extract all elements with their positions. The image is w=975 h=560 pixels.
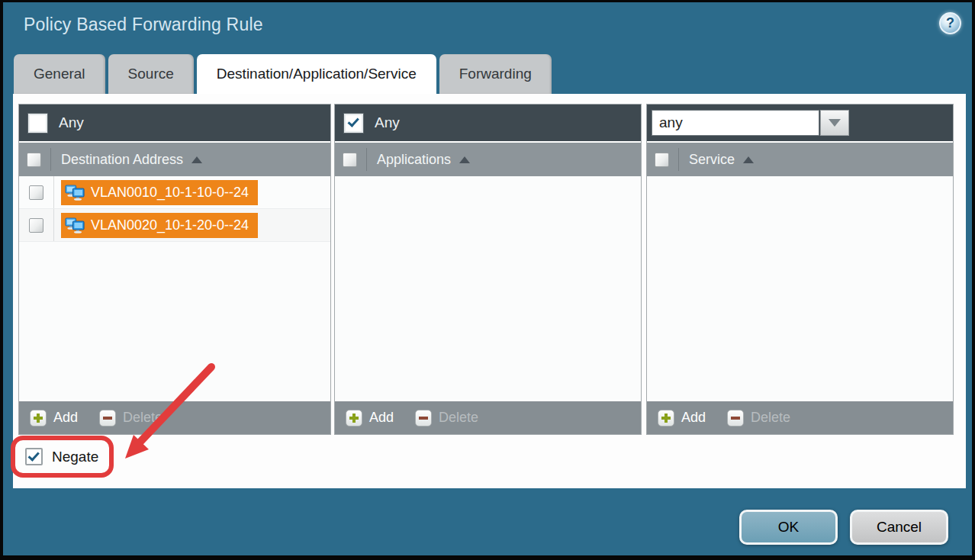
service-toolbar: Add Delete (647, 400, 953, 434)
service-dropdown-input[interactable]: any (652, 110, 819, 136)
destination-toolbar: Add Delete (19, 400, 330, 434)
address-object-label: VLAN0010_10-1-10-0--24 (91, 185, 249, 201)
add-plus-icon (30, 410, 47, 426)
applications-header[interactable]: Applications (335, 143, 641, 176)
tab-general[interactable]: General (14, 54, 105, 94)
destination-any-checkbox[interactable] (28, 114, 47, 133)
tab-destination-application-service[interactable]: Destination/Application/Service (197, 54, 436, 94)
service-column: any Service Add Delete (646, 104, 954, 435)
delete-minus-icon (727, 410, 744, 426)
applications-add-button[interactable]: Add (346, 410, 394, 426)
delete-minus-icon (415, 410, 432, 426)
add-plus-icon (346, 410, 362, 426)
address-object-chip[interactable]: VLAN0010_10-1-10-0--24 (61, 180, 258, 205)
tab-bar: General Source Destination/Application/S… (14, 54, 552, 94)
service-list (647, 176, 953, 400)
row-checkbox[interactable] (29, 185, 43, 200)
applications-any-label: Any (375, 114, 400, 131)
service-header[interactable]: Service (647, 143, 953, 176)
service-dropdown-button[interactable] (820, 110, 849, 136)
address-object-chip[interactable]: VLAN0020_10-1-20-0--24 (61, 213, 258, 238)
sort-asc-icon (743, 156, 754, 163)
destination-address-header[interactable]: Destination Address (19, 143, 330, 176)
add-plus-icon (658, 410, 674, 426)
destination-any-label: Any (59, 114, 84, 131)
ok-button[interactable]: OK (739, 510, 838, 545)
network-computers-icon (65, 217, 85, 233)
destination-header-label: Destination Address (61, 152, 183, 168)
service-any-bar: any (647, 105, 953, 143)
service-header-label: Service (689, 152, 735, 168)
service-delete-button[interactable]: Delete (727, 410, 790, 426)
cancel-button[interactable]: Cancel (850, 510, 948, 545)
table-row[interactable]: VLAN0010_10-1-10-0--24 (19, 176, 330, 209)
sort-asc-icon (191, 156, 202, 163)
applications-any-bar: Any (335, 105, 641, 143)
negate-checkbox[interactable] (25, 448, 43, 465)
dialog-title: Policy Based Forwarding Rule (24, 14, 263, 35)
checkmark-icon (347, 115, 359, 127)
applications-any-checkbox[interactable] (344, 114, 363, 133)
service-select-all-checkbox[interactable] (655, 153, 669, 167)
chevron-down-icon (829, 119, 841, 127)
applications-header-label: Applications (377, 152, 451, 168)
pbf-rule-dialog: Policy Based Forwarding Rule ? General S… (0, 0, 975, 560)
destination-address-list: VLAN0010_10-1-10-0--24 (19, 176, 330, 400)
destination-any-bar: Any (19, 105, 330, 143)
applications-toolbar: Add Delete (335, 400, 641, 434)
help-icon[interactable]: ? (939, 12, 961, 34)
destination-delete-button[interactable]: Delete (99, 410, 162, 426)
negate-annotation-box: Negate (11, 436, 114, 478)
tab-source[interactable]: Source (108, 54, 194, 94)
service-add-button[interactable]: Add (658, 410, 706, 426)
destination-select-all-checkbox[interactable] (27, 153, 41, 167)
destination-address-column: Any Destination Address (18, 104, 331, 435)
destination-add-button[interactable]: Add (30, 410, 78, 426)
applications-column: Any Applications Add Delete (334, 104, 642, 435)
table-row[interactable]: VLAN0020_10-1-20-0--24 (19, 209, 330, 242)
address-object-label: VLAN0020_10-1-20-0--24 (91, 217, 249, 233)
applications-delete-button[interactable]: Delete (415, 410, 478, 426)
applications-list (335, 176, 641, 400)
applications-select-all-checkbox[interactable] (343, 153, 357, 167)
service-dropdown: any (652, 110, 849, 136)
tab-forwarding[interactable]: Forwarding (439, 54, 552, 94)
sort-asc-icon (459, 156, 470, 163)
row-checkbox[interactable] (29, 218, 43, 233)
negate-label: Negate (52, 449, 98, 465)
checkmark-icon (27, 449, 39, 462)
network-computers-icon (65, 185, 85, 201)
delete-minus-icon (99, 410, 116, 426)
